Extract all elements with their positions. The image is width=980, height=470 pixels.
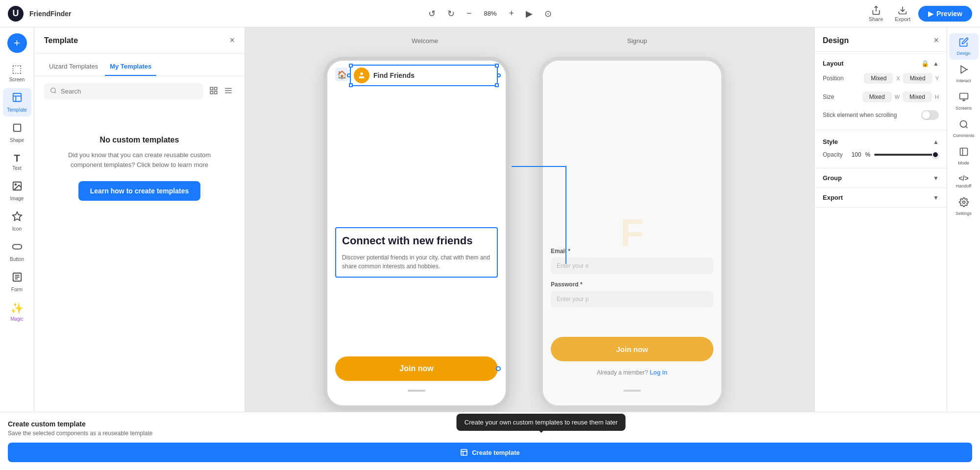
- stick-toggle[interactable]: [921, 110, 939, 120]
- size-w-value[interactable]: Mixed: [862, 92, 892, 102]
- svg-rect-31: [960, 148, 967, 156]
- tab-uizard[interactable]: Uizard Templates: [44, 60, 103, 76]
- welcome-mobile-frame[interactable]: 🏠 Find Friends Connect with new: [323, 57, 510, 409]
- search-input-wrap[interactable]: [44, 83, 203, 99]
- preview-button[interactable]: ▶ Preview: [918, 6, 972, 22]
- rail-item-settings[interactable]: Settings: [949, 193, 979, 220]
- sidebar-item-image[interactable]: Image: [3, 177, 31, 205]
- screens-rail-label: Screens: [956, 106, 972, 111]
- size-h-value[interactable]: Mixed: [903, 92, 932, 102]
- sidebar-item-button[interactable]: Button: [3, 237, 31, 266]
- join-btn-anchor: [496, 366, 501, 371]
- form-icon: [12, 272, 23, 285]
- signup-screen[interactable]: F Email * Enter your e Password * Enter …: [543, 61, 721, 405]
- style-section-title: Style: [823, 138, 838, 145]
- create-template-button[interactable]: Create template: [814, 443, 947, 462]
- svg-rect-3: [13, 124, 21, 132]
- password-input[interactable]: Enter your p: [551, 291, 713, 307]
- sidebar-item-text[interactable]: T Text: [3, 149, 31, 175]
- selection-anchor-left: [347, 73, 351, 77]
- opacity-slider-thumb: [932, 151, 939, 158]
- sidebar-item-icon[interactable]: Icon: [3, 207, 31, 235]
- toggle-knob: [922, 111, 930, 119]
- log-in-link[interactable]: Log in: [650, 369, 667, 376]
- export-section-header[interactable]: Export ▼: [823, 194, 939, 201]
- design-panel-close-button[interactable]: ×: [933, 35, 939, 46]
- tab-my-templates[interactable]: My Templates: [105, 60, 156, 76]
- design-panel: Design × Layout 🔒 ▲ Position Mixed X Mix…: [814, 27, 947, 470]
- welcome-big-text: Connect with new friends: [342, 234, 491, 248]
- custom-template-popup: Create custom template Save the selected…: [814, 412, 947, 470]
- opacity-value: 100: [847, 151, 861, 158]
- rail-item-comments[interactable]: Comments: [949, 116, 979, 142]
- svg-line-30: [965, 126, 967, 128]
- export-section: Export ▼: [815, 188, 947, 208]
- design-panel-header: Design ×: [815, 27, 947, 52]
- style-section-header[interactable]: Style ▲: [823, 136, 939, 147]
- list-view-button[interactable]: [222, 84, 235, 99]
- comments-icon: [959, 119, 969, 132]
- opacity-slider[interactable]: [874, 154, 939, 156]
- panel-close-button[interactable]: ×: [229, 35, 235, 46]
- grid-toggle-buttons: [207, 84, 235, 99]
- shield-button[interactable]: ⊙: [541, 6, 555, 21]
- form-label-text: Form: [11, 287, 23, 292]
- email-input[interactable]: Enter your e: [551, 258, 713, 274]
- zoom-in-button[interactable]: +: [506, 6, 517, 21]
- group-section-header[interactable]: Group ▼: [823, 174, 939, 182]
- canvas-area[interactable]: Welcome Signup 🏠 Find Friends: [245, 27, 814, 470]
- layout-section-header[interactable]: Layout 🔒 ▲: [823, 58, 939, 69]
- topbar: U FriendFinder ↺ ↻ − 88% + ▶ ⊙ Share Exp…: [0, 0, 980, 27]
- join-button-wrap[interactable]: Join now: [335, 356, 498, 381]
- grid-view-button[interactable]: [207, 84, 220, 99]
- signup-join-button[interactable]: Join now: [551, 337, 713, 361]
- size-w-label: W: [895, 94, 900, 100]
- icon-label-text: Icon: [12, 226, 22, 232]
- panel-header: Template ×: [34, 27, 245, 54]
- sidebar-item-form[interactable]: Form: [3, 268, 31, 296]
- layout-section: Layout 🔒 ▲ Position Mixed X Mixed Y Size: [815, 52, 947, 130]
- learn-templates-button[interactable]: Learn how to create templates: [78, 181, 201, 201]
- signup-mobile-frame[interactable]: F Email * Enter your e Password * Enter …: [539, 57, 725, 409]
- redo-button[interactable]: ↻: [444, 6, 458, 21]
- rail-item-mode[interactable]: Mode: [949, 143, 979, 169]
- add-element-button[interactable]: +: [7, 33, 27, 53]
- svg-rect-15: [215, 87, 217, 90]
- welcome-screen[interactable]: 🏠 Find Friends Connect with new: [327, 61, 506, 405]
- position-x-value[interactable]: Mixed: [864, 73, 893, 84]
- custom-template-desc: Save the selected components as a reusea…: [814, 430, 947, 437]
- rail-item-handoff[interactable]: </> Handoff: [949, 170, 979, 192]
- position-y-value[interactable]: Mixed: [903, 73, 932, 84]
- play-button[interactable]: ▶: [523, 6, 536, 21]
- already-member-text: Already a member?: [597, 369, 650, 376]
- undo-button[interactable]: ↺: [425, 6, 439, 21]
- zoom-out-button[interactable]: −: [464, 6, 475, 21]
- lock-icon: 🔒: [921, 60, 929, 67]
- position-row: Position Mixed X Mixed Y: [823, 69, 939, 88]
- export-button[interactable]: Export: [891, 3, 914, 24]
- svg-point-12: [51, 88, 55, 93]
- welcome-desc: Discover potential friends in your city,…: [342, 253, 491, 271]
- sidebar-item-shape[interactable]: Shape: [3, 118, 31, 147]
- join-button[interactable]: Join now: [335, 356, 498, 381]
- mode-rail-label: Mode: [958, 161, 969, 165]
- image-label-text: Image: [10, 196, 24, 201]
- svg-rect-26: [959, 94, 968, 99]
- connection-line-v: [565, 166, 566, 264]
- empty-title: No custom templates: [100, 136, 179, 144]
- export-title: Export: [823, 194, 843, 201]
- search-input[interactable]: [61, 88, 197, 95]
- rail-item-interact[interactable]: Interact: [949, 61, 979, 87]
- search-icon: [50, 87, 57, 95]
- design-rail-label: Design: [956, 51, 970, 56]
- comments-rail-label: Comments: [953, 133, 975, 138]
- svg-rect-14: [210, 87, 213, 90]
- sidebar-item-screen[interactable]: ⬚ Screen: [3, 59, 31, 86]
- sidebar-item-template[interactable]: Template: [3, 88, 31, 117]
- sidebar-item-magic[interactable]: ✨ Magic: [3, 298, 31, 326]
- share-button[interactable]: Share: [865, 3, 887, 24]
- rail-item-screens[interactable]: Screens: [949, 88, 979, 115]
- rail-item-design[interactable]: Design: [949, 33, 979, 60]
- welcome-text-block[interactable]: Connect with new friends Discover potent…: [335, 227, 498, 278]
- find-friends-element[interactable]: Find Friends: [350, 65, 498, 86]
